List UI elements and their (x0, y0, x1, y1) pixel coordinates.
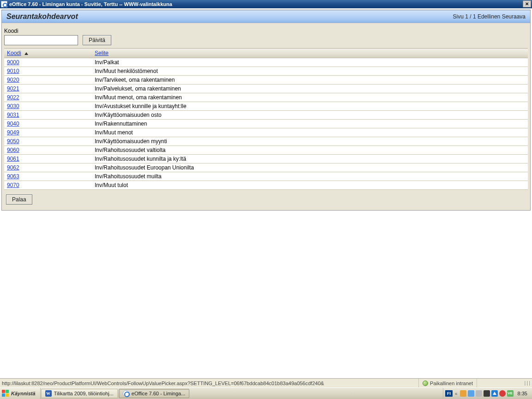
tray-icon[interactable]: VE (507, 390, 514, 397)
koodi-input[interactable] (4, 35, 78, 45)
col-header-koodi[interactable]: Koodi (4, 48, 92, 58)
windows-logo-icon (2, 390, 9, 397)
koodi-link[interactable]: 9030 (7, 103, 19, 109)
table-row: 9010Inv/Muut henkilöstömenot (4, 67, 528, 76)
window-title: eOffice 7.60 - Limingan kunta - Suvitie,… (9, 1, 172, 7)
cell-selite: Inv/Käyttöomaisuuden myynti (92, 137, 528, 146)
table-row: 9030Inv/Avustukset kunnille ja kuntayht:… (4, 102, 528, 111)
sort-asc-icon (24, 52, 28, 55)
security-zone: Paikallinen intranet (418, 379, 477, 387)
table-row: 9021Inv/Palvelukset, oma rakentaminen (4, 85, 528, 93)
cell-selite: Inv/Avustukset kunnille ja kuntayht:lle (92, 102, 528, 111)
cell-koodi: 9040 (4, 120, 92, 128)
sort-koodi-link[interactable]: Koodi (7, 50, 21, 56)
cell-selite: Inv/Rahoitusosuudet kunnilta ja ky:ltä (92, 155, 528, 163)
cell-selite: Inv/Muut menot (92, 128, 528, 137)
cell-koodi: 9060 (4, 146, 92, 155)
tray-icon[interactable] (460, 390, 466, 397)
koodi-label: Koodi (4, 28, 78, 34)
col-header-selite[interactable]: Selite (92, 48, 528, 58)
cell-koodi: 9062 (4, 163, 92, 172)
table-row: 9000Inv/Palkat (4, 58, 528, 67)
cell-selite: Inv/Palkat (92, 58, 528, 67)
tray-icon[interactable] (499, 390, 506, 397)
table-row: 9022Inv/Muut menot, oma rakentaminen (4, 93, 528, 102)
refresh-button[interactable]: Päivitä (83, 35, 111, 45)
status-url: http://lilaskut:8282/neo/ProductPlatform… (2, 381, 324, 386)
cell-selite: Inv/Käyttöomaisuuden osto (92, 111, 528, 120)
cell-selite: Inv/Tarvikeet, oma rakentaminen (92, 76, 528, 85)
start-label: Käynnistä (11, 391, 36, 396)
taskbar: Käynnistä Tilikartta 2009, tiliöintiohj.… (0, 387, 532, 399)
koodi-link[interactable]: 9020 (7, 77, 19, 83)
sort-selite-link[interactable]: Selite (95, 50, 109, 56)
koodi-link[interactable]: 9062 (7, 164, 19, 171)
koodi-link[interactable]: 9070 (7, 182, 19, 188)
cell-selite: Inv/Muut henkilöstömenot (92, 67, 528, 76)
koodi-link[interactable]: 9010 (7, 68, 19, 74)
page-info: Sivu 1 / 1 (453, 13, 476, 20)
cell-selite: Inv/Palvelukset, oma rakentaminen (92, 85, 528, 93)
cell-koodi: 9000 (4, 58, 92, 67)
koodi-link[interactable]: 9040 (7, 121, 19, 127)
status-bar: http://lilaskut:8282/neo/ProductPlatform… (0, 378, 532, 387)
koodi-link[interactable]: 9050 (7, 138, 19, 145)
koodi-link[interactable]: 9000 (7, 59, 19, 66)
taskbar-item-eoffice[interactable]: eOffice 7.60 - Liminga... (119, 389, 190, 398)
next-page-link[interactable]: Seuraava (502, 13, 526, 20)
cell-koodi: 9010 (4, 67, 92, 76)
input-lang-indicator[interactable]: FI (445, 390, 453, 397)
cell-koodi: 9020 (4, 76, 92, 85)
system-tray: FI « VE 8:35 (443, 388, 532, 399)
body-area: Koodi Päivitä Koodi Selite (2, 23, 530, 210)
tray-icon[interactable] (468, 390, 474, 397)
window-titlebar: eOffice 7.60 - Limingan kunta - Suvitie,… (0, 0, 532, 8)
start-button[interactable]: Käynnistä (0, 388, 41, 399)
tray-icon[interactable] (491, 390, 498, 397)
cell-selite: Inv/Rahoitusosuudet Euroopan Unionilta (92, 163, 528, 172)
cell-koodi: 9021 (4, 85, 92, 93)
cell-koodi: 9031 (4, 111, 92, 120)
cell-koodi: 9049 (4, 128, 92, 137)
ie-icon (1, 1, 7, 7)
taskbar-item-word[interactable]: Tilikartta 2009, tiliöintiohj... (41, 389, 118, 398)
cell-selite: Inv/Rahoitusosuudet valtiolta (92, 146, 528, 155)
back-button[interactable]: Palaa (6, 194, 32, 205)
clock: 8:35 (515, 391, 530, 396)
table-row: 9063Inv/Rahoitusosuudet muilta (4, 172, 528, 181)
page-navigator: Sivu 1 / 1 Edellinen Seuraava (453, 13, 526, 20)
cell-selite: Inv/Rakennuttaminen (92, 120, 528, 128)
cell-koodi: 9063 (4, 172, 92, 181)
koodi-link[interactable]: 9021 (7, 85, 19, 92)
cell-koodi: 9070 (4, 181, 92, 190)
table-row: 9020Inv/Tarvikeet, oma rakentaminen (4, 76, 528, 85)
table-row: 9049Inv/Muut menot (4, 128, 528, 137)
table-row: 9070Inv/Muut tulot (4, 181, 528, 190)
results-table: Koodi Selite 9000Inv/Palkat9010Inv/Muut … (4, 48, 528, 190)
koodi-link[interactable]: 9060 (7, 147, 19, 153)
tray-icon[interactable] (484, 390, 490, 397)
cell-koodi: 9050 (4, 137, 92, 146)
cell-koodi: 9030 (4, 102, 92, 111)
koodi-link[interactable]: 9022 (7, 94, 19, 101)
koodi-link[interactable]: 9031 (7, 112, 19, 118)
table-row: 9062Inv/Rahoitusosuudet Euroopan Unionil… (4, 163, 528, 172)
prev-page-link[interactable]: Edellinen (478, 13, 500, 20)
app-frame: Seurantakohdearvot Sivu 1 / 1 Edellinen … (1, 10, 531, 211)
koodi-link[interactable]: 9049 (7, 129, 19, 136)
filter-row: Koodi Päivitä (4, 28, 528, 45)
koodi-link[interactable]: 9063 (7, 173, 19, 180)
page-title: Seurantakohdearvot (6, 12, 78, 21)
window-close-button[interactable]: ✕ (523, 0, 531, 7)
tray-expand-icon[interactable]: « (454, 391, 459, 396)
tray-icon[interactable] (476, 390, 482, 397)
page-header: Seurantakohdearvot Sivu 1 / 1 Edellinen … (2, 10, 530, 23)
taskbar-item-label: Tilikartta 2009, tiliöintiohj... (54, 391, 114, 396)
results-tbody: 9000Inv/Palkat9010Inv/Muut henkilöstömen… (4, 58, 528, 190)
cell-selite: Inv/Muut tulot (92, 181, 528, 190)
koodi-link[interactable]: 9061 (7, 156, 19, 162)
cell-koodi: 9022 (4, 93, 92, 102)
cell-selite: Inv/Muut menot, oma rakentaminen (92, 93, 528, 102)
resize-grip (477, 379, 532, 387)
cell-koodi: 9061 (4, 155, 92, 163)
